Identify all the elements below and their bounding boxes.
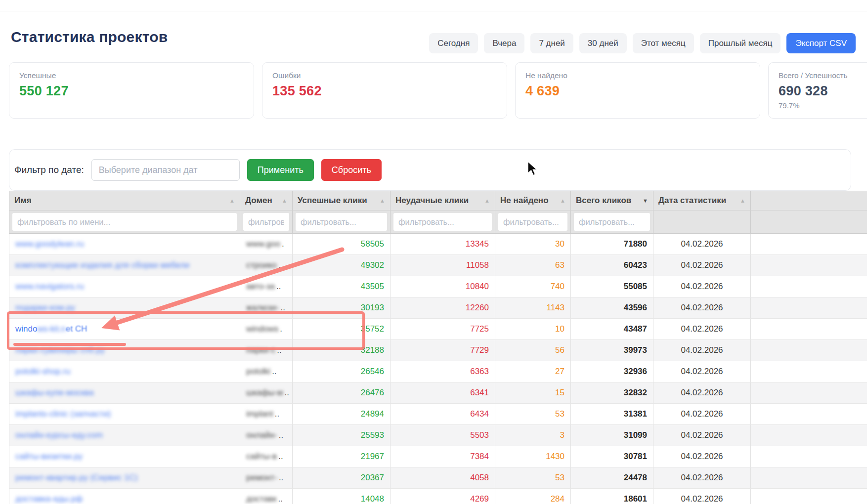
project-link[interactable]: ремонт-квартир.ру (Сервис 1С) (15, 473, 138, 482)
range-button[interactable]: 7 дней (530, 33, 573, 53)
column-header-inner: Не найдено▲ (500, 196, 565, 206)
column-header-fail[interactable]: Неудачные клики▲ (390, 191, 495, 210)
card-value: 135 562 (272, 84, 497, 99)
table-row: онлайн-курсы-еду.comонлайн-..25593550333… (9, 425, 867, 446)
cell-domain: ремонт-.. (240, 467, 293, 489)
range-button[interactable]: Прошлый месяц (700, 33, 781, 53)
cell-date: 04.02.2026 (653, 297, 751, 319)
project-link[interactable]: www.navigators.ru (15, 282, 84, 291)
column-header-date[interactable]: Дата статистики▲ (653, 191, 751, 210)
range-button[interactable]: Этот месяц (633, 33, 694, 53)
project-link[interactable]: windows-kit.net CH (15, 324, 87, 334)
table-row: доставка-еды.рфдоставк..1404842692841860… (9, 489, 867, 504)
column-header-inner: Дата статистики▲ (658, 196, 745, 206)
cell-total: 60423 (571, 255, 653, 276)
column-header-inner: Имя▲ (14, 196, 235, 206)
domain-redacted: парки-с (246, 345, 275, 355)
column-filter-input-success[interactable] (296, 213, 387, 231)
column-header-domain[interactable]: Домен▲ (240, 191, 293, 210)
cell-spacer (751, 467, 867, 489)
column-header-inner: Неудачные клики▲ (395, 196, 490, 206)
cell-name: ремонт-квартир.ру (Сервис 1С) (9, 467, 240, 489)
cell-name: www.goodylean.ru (9, 234, 240, 255)
cell-date: 04.02.2026 (653, 255, 751, 276)
project-link[interactable]: парки-сувениры спб.ру (15, 345, 105, 355)
table-header-row: Имя▲Домен▲Успешные клики▲Неудачные клики… (9, 191, 867, 210)
cell-date: 04.02.2026 (653, 425, 751, 446)
cell-spacer (751, 234, 867, 255)
cell-domain: авто-за.. (240, 276, 293, 297)
column-filter-input-fail[interactable] (393, 213, 492, 231)
column-header-total[interactable]: Всего кликов▼ (571, 191, 653, 210)
table-filter-row (9, 210, 867, 234)
cell-fail: 7729 (390, 340, 495, 361)
domain-ellipsis: .. (275, 409, 279, 419)
cell-spacer (751, 255, 867, 276)
apply-button[interactable]: Применить (247, 159, 314, 181)
cell-name: www.navigators.ru (9, 276, 240, 297)
column-header-inner: Всего кликов▼ (576, 196, 648, 206)
cell-domain: www.goo. (240, 234, 293, 255)
cell-success: 35752 (293, 319, 390, 340)
table-row: сайты-визитки.русайты-в..219677384143030… (9, 446, 867, 467)
column-header-not_found[interactable]: Не найдено▲ (495, 191, 571, 210)
column-filter-input-domain[interactable] (243, 213, 289, 231)
column-header-name[interactable]: Имя▲ (9, 191, 240, 210)
cell-fail: 7384 (390, 446, 495, 467)
summary-card-success: Успешные550 127 (9, 62, 254, 119)
project-link[interactable]: implants-clinic (запчасти) (15, 409, 111, 419)
project-link[interactable]: сайты-визитки.ру (15, 452, 83, 461)
range-button[interactable]: Вчера (484, 33, 524, 53)
cell-date: 04.02.2026 (653, 404, 751, 425)
cell-total: 71880 (571, 234, 653, 255)
cell-name: доставка-еды.рф (9, 489, 240, 504)
cell-total: 24478 (571, 467, 653, 489)
cell-domain: potolki.. (240, 361, 293, 382)
column-header-inner: Успешные клики▲ (298, 196, 385, 206)
range-button[interactable]: Сегодня (429, 33, 478, 53)
project-link[interactable]: подарки-ком.ру (15, 303, 75, 312)
column-filter-input-name[interactable] (12, 213, 237, 231)
top-divider (0, 11, 867, 11)
column-label: Неудачные клики (395, 196, 469, 206)
name-redacted: implants-clinic (запчасти) (15, 409, 111, 419)
reset-button[interactable]: Сбросить (321, 159, 382, 181)
cell-spacer (751, 446, 867, 467)
project-link[interactable]: potolki-shop.ru (15, 367, 71, 376)
cell-not_found: 15 (495, 382, 571, 404)
table-row: www.goodylean.ruwww.goo.5850513345307188… (9, 234, 867, 255)
domain-ellipsis: .. (278, 452, 283, 461)
domain-ellipsis: .. (272, 367, 276, 376)
column-filter-cell-fail (390, 210, 495, 234)
name-redacted: сайты-визитки.ру (15, 452, 83, 462)
date-range-input[interactable] (91, 159, 240, 181)
range-button[interactable]: 30 дней (579, 33, 627, 53)
cell-date: 04.02.2026 (653, 382, 751, 404)
cell-name: windows-kit.net CH (9, 319, 240, 340)
export-csv-button[interactable]: Экспорт CSV (786, 33, 856, 53)
column-header-inner: Домен▲ (245, 196, 287, 206)
column-filter-cell-date (653, 210, 751, 234)
cell-date: 04.02.2026 (653, 319, 751, 340)
card-label: Не найдено (525, 71, 750, 80)
project-link[interactable]: комплектующие изделия для сборки мебели (15, 260, 189, 270)
cell-total: 32832 (571, 382, 653, 404)
domain-ellipsis: . (278, 260, 281, 270)
project-link[interactable]: онлайн-курсы-еду.com (15, 430, 103, 440)
table-row-highlighted: windows-kit.net CHwindows.35752772510434… (9, 319, 867, 340)
cell-fail: 4058 (390, 467, 495, 489)
column-filter-input-not_found[interactable] (498, 213, 567, 231)
cell-date: 04.02.2026 (653, 340, 751, 361)
column-filter-input-total[interactable] (574, 213, 650, 231)
sort-up-icon: ▲ (282, 198, 287, 204)
project-link[interactable]: www.goodylean.ru (15, 239, 84, 249)
domain-redacted: авто-за (246, 282, 275, 292)
domain-redacted: windows (246, 324, 278, 334)
column-filter-cell-name (9, 210, 240, 234)
column-header-success[interactable]: Успешные клики▲ (293, 191, 390, 210)
project-link[interactable]: доставка-еды.рф (15, 494, 83, 504)
project-link[interactable]: шкафы-купе-москва (15, 388, 94, 397)
cell-name: подарки-ком.ру (9, 297, 240, 319)
column-filter-cell-success (293, 210, 390, 234)
domain-ellipsis: . (280, 324, 282, 334)
